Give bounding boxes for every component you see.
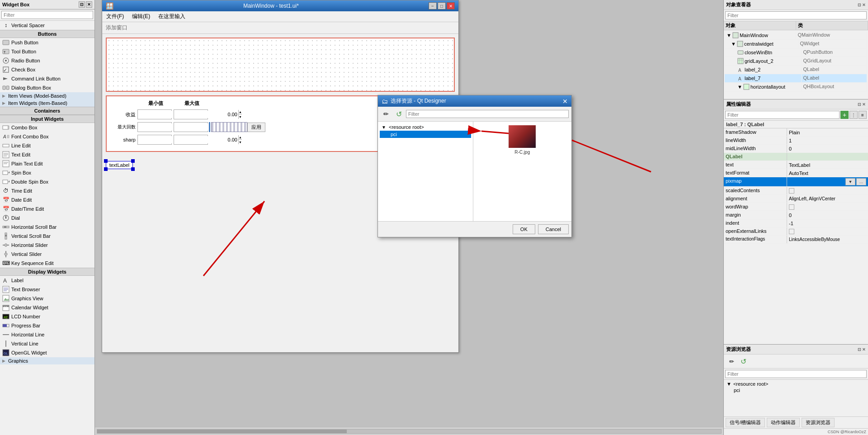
prop-row-frameshadow[interactable]: frameShadow Plain bbox=[724, 128, 868, 137]
res-pencil-btn[interactable]: ✏ bbox=[726, 356, 736, 366]
dialog-pencil-btn[interactable]: ✏ bbox=[381, 109, 392, 119]
dialog-filter-input[interactable] bbox=[406, 110, 569, 118]
menu-input-here[interactable]: 在这里输入 bbox=[156, 12, 187, 21]
h-scrollbar-thumb[interactable] bbox=[97, 430, 347, 433]
widget-item-h-slider[interactable]: Horizontal Slider bbox=[0, 241, 94, 250]
tab-signal-slot[interactable]: 信号/槽编辑器 bbox=[726, 418, 765, 427]
row1-max-input[interactable] bbox=[174, 111, 238, 118]
widget-item-lcd-number[interactable]: 42 LCD Number bbox=[0, 312, 94, 321]
pixmap-dots-btn[interactable]: … bbox=[856, 178, 866, 185]
h-scrollbar-track[interactable] bbox=[97, 429, 722, 434]
widget-item-calendar-widget[interactable]: 12 Calendar Widget bbox=[0, 303, 94, 312]
prop-row-text[interactable]: text TextLabel bbox=[724, 161, 868, 169]
prop-row-wordwrap[interactable]: wordWrap bbox=[724, 203, 868, 211]
obj-row-label2[interactable]: A label_2 QLabel bbox=[725, 66, 867, 74]
widget-item-progress-bar[interactable]: Progress Bar bbox=[0, 321, 94, 330]
res-refresh-btn[interactable]: ↺ bbox=[738, 356, 748, 366]
tab-action-editor[interactable]: 动作编辑器 bbox=[767, 418, 800, 427]
prop-row-textformat[interactable]: textFormat AutoText bbox=[724, 169, 868, 177]
menu-edit[interactable]: 编辑(E) bbox=[130, 12, 152, 21]
prop-row-indent[interactable]: indent -1 bbox=[724, 219, 868, 227]
obj-row-closebtn[interactable]: closeWinBtn QPushButton bbox=[725, 48, 867, 57]
handle-bl[interactable] bbox=[104, 167, 108, 171]
prop-row-midlinewidth[interactable]: midLineWidth 0 bbox=[724, 145, 868, 153]
widget-item-plain-text-edit[interactable]: Plain Text Edit bbox=[0, 159, 94, 168]
tree-item-pci[interactable]: pci bbox=[380, 131, 471, 138]
handle-tl[interactable] bbox=[104, 159, 108, 163]
widget-item-combo-box[interactable]: ▼ Combo Box bbox=[0, 123, 94, 132]
row1-max-down[interactable]: ▼ bbox=[239, 114, 242, 119]
row1-max-spin[interactable]: ▲ ▼ bbox=[174, 109, 208, 119]
scaledcontents-checkbox[interactable] bbox=[789, 188, 794, 194]
obj-inspector-float-btn[interactable]: ⊡ bbox=[858, 3, 861, 7]
res-item-pci[interactable]: pci bbox=[725, 387, 867, 393]
row2-max-spin[interactable]: ▲ ▼ bbox=[174, 122, 208, 132]
prop-row-alignment[interactable]: alignment AlignLeft, AlignVCenter bbox=[724, 195, 868, 203]
menu-file[interactable]: 文件(F) bbox=[104, 12, 126, 21]
prop-row-textinteractionflags[interactable]: textInteractionFlags LinksAccessibleByMo… bbox=[724, 236, 868, 244]
widget-item-date-edit[interactable]: 📅 Date Edit bbox=[0, 195, 94, 204]
widget-item-command-link-button[interactable]: Command Link Button bbox=[0, 74, 94, 83]
widget-box-close-btn[interactable]: ✕ bbox=[86, 1, 92, 8]
row3-min-spin[interactable]: ▲ ▼ bbox=[137, 135, 172, 145]
row3-max-spin[interactable]: ▲ ▼ bbox=[174, 135, 208, 145]
widget-item-datetime-edit[interactable]: 📅 Date/Time Edit bbox=[0, 204, 94, 213]
handle-tr[interactable] bbox=[131, 159, 135, 163]
row1-min-spin[interactable]: ▲ ▼ bbox=[137, 109, 172, 119]
prop-row-linewidth[interactable]: lineWidth 1 bbox=[724, 137, 868, 145]
obj-inspector-close-btn[interactable]: ✕ bbox=[862, 3, 866, 7]
widget-item-label[interactable]: A Label bbox=[0, 276, 94, 285]
widget-item-dial[interactable]: Dial bbox=[0, 213, 94, 222]
row3-max-up[interactable]: ▲ bbox=[239, 135, 242, 140]
widget-item-line-edit[interactable]: Line Edit bbox=[0, 141, 94, 150]
widget-item-h-scrollbar[interactable]: Horizontal Scroll Bar bbox=[0, 222, 94, 232]
widget-item-horizontal-line[interactable]: Horizontal Line bbox=[0, 330, 94, 339]
maximize-btn[interactable]: □ bbox=[438, 2, 446, 9]
widget-item-v-scrollbar[interactable]: Vertical Scroll Bar bbox=[0, 232, 94, 241]
dialog-refresh-btn[interactable]: ↺ bbox=[393, 109, 404, 119]
widget-item-check-box[interactable]: ✓ Check Box bbox=[0, 65, 94, 74]
widget-item-spin-box[interactable]: ▲▼ Spin Box bbox=[0, 168, 94, 177]
prop-options-btn[interactable]: ⋮ bbox=[849, 111, 858, 119]
widget-item-double-spin-box[interactable]: ▲▼ Double Spin Box bbox=[0, 177, 94, 186]
widget-item-text-browser[interactable]: Text Browser bbox=[0, 285, 94, 294]
widget-box-float-btn[interactable]: ⊡ bbox=[79, 1, 85, 8]
prop-row-scaledcontents[interactable]: scaledContents bbox=[724, 187, 868, 195]
tree-item-resource-root[interactable]: ▼ <resource root> bbox=[380, 123, 471, 131]
widget-box-filter-input[interactable] bbox=[1, 11, 93, 19]
widget-item-item-views[interactable]: ▶ Item Views (Model-Based) bbox=[0, 92, 94, 99]
widget-item-dialog-button-box[interactable]: Dialog Button Box bbox=[0, 83, 94, 92]
top-design-area[interactable] bbox=[106, 38, 455, 92]
prop-row-pixmap[interactable]: pixmap ▼ … bbox=[724, 177, 868, 187]
obj-row-label7[interactable]: A label_7 QLabel bbox=[725, 74, 867, 83]
widget-item-item-widgets[interactable]: ▶ Item Widgets (Item-Based) bbox=[0, 99, 94, 107]
prop-filter-input[interactable] bbox=[725, 111, 840, 119]
prop-row-openexternallinks[interactable]: openExternalLinks bbox=[724, 227, 868, 236]
row2-min-spin[interactable]: ▲ ▼ bbox=[137, 122, 172, 132]
widget-item-radio-button[interactable]: Radio Button bbox=[0, 56, 94, 65]
prop-panel-close-btn[interactable]: ✕ bbox=[862, 102, 866, 107]
close-btn[interactable]: ✕ bbox=[447, 2, 455, 9]
wordwrap-checkbox[interactable] bbox=[789, 204, 794, 210]
text-label-selected[interactable]: textLabel bbox=[106, 161, 133, 169]
apply-button[interactable]: 应用 bbox=[247, 123, 265, 132]
widget-item-font-combo-box[interactable]: A Font Combo Box bbox=[0, 132, 94, 141]
obj-row-mainwindow[interactable]: ▼ MainWindow QMainWindow bbox=[725, 31, 867, 40]
obj-filter-input[interactable] bbox=[725, 11, 867, 19]
widget-item-tool-button[interactable]: T Tool Button bbox=[0, 47, 94, 56]
prop-panel-float-btn[interactable]: ⊡ bbox=[858, 102, 861, 107]
widget-item-key-sequence-edit[interactable]: ⌨ Key Sequence Edit bbox=[0, 259, 94, 268]
row1-max-up[interactable]: ▲ bbox=[239, 110, 242, 114]
dialog-close-btn[interactable]: ✕ bbox=[562, 98, 568, 105]
row3-max-input[interactable] bbox=[174, 136, 238, 143]
widget-item-push-button[interactable]: Push Button bbox=[0, 38, 94, 47]
dialog-cancel-btn[interactable]: Cancel bbox=[538, 224, 569, 234]
obj-row-centralwidget[interactable]: ▼ centralwidget QWidget bbox=[725, 40, 867, 48]
widget-item-vertical-line[interactable]: Vertical Line bbox=[0, 339, 94, 348]
widget-item-time-edit[interactable]: ⏱ Time Edit bbox=[0, 186, 94, 195]
res-item-root[interactable]: ▼ <resource root> bbox=[725, 381, 867, 387]
widget-item-opengl-widget[interactable]: GL OpenGL Widget bbox=[0, 348, 94, 357]
widget-item-graphics[interactable]: ▶ Graphics bbox=[0, 357, 94, 364]
tab-resource-browser[interactable]: 资源浏览器 bbox=[802, 418, 835, 427]
resource-browser-float-btn[interactable]: ⊡ bbox=[858, 347, 861, 352]
